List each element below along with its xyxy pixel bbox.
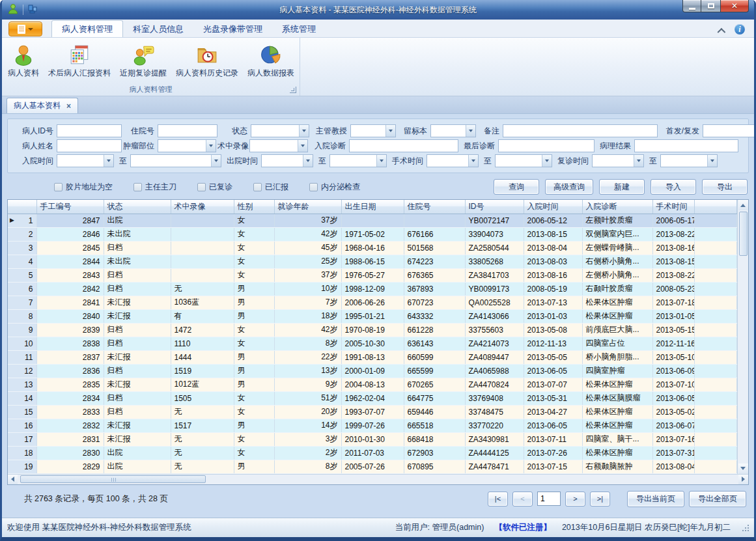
quick-access-icon[interactable] [27, 4, 38, 16]
chevron-down-icon[interactable] [206, 140, 216, 152]
filter-combo-至[interactable] [660, 154, 718, 167]
filter-combo-留标本[interactable] [430, 124, 476, 137]
高级查询-button[interactable]: 高级查询 [545, 179, 593, 195]
checkbox-icon[interactable] [197, 183, 206, 191]
filter-input-住院号[interactable] [158, 124, 217, 137]
column-header-就诊年龄[interactable]: 就诊年龄 [274, 200, 341, 214]
column-header-入院时间[interactable]: 入院时间 [524, 200, 582, 214]
ribbon-button-病人资料历史记录[interactable]: 病人资料历史记录 [171, 40, 243, 83]
ribbon-tab-2[interactable]: 光盘录像带管理 [193, 21, 272, 37]
table-row[interactable]: 42844未出院女25岁1988-06-15674223338052682013… [8, 255, 737, 268]
filter-input-备注[interactable] [503, 124, 658, 137]
table-row[interactable]: 162832未汇报1517男14岁1999-07-266655183377022… [8, 419, 737, 432]
row-indicator[interactable]: 16 [8, 419, 36, 432]
ribbon-button-近期复诊提醒[interactable]: 近期复诊提醒 [115, 40, 171, 83]
filter-combo-主管教授[interactable] [350, 124, 396, 137]
table-row[interactable]: 142834归档1505女51岁1962-02-0466477533769408… [8, 391, 737, 405]
table-row[interactable]: 72841未汇报1036蓝男7岁2006-06-26670723QA002552… [8, 296, 737, 309]
resize-grip[interactable] [742, 525, 749, 531]
table-row[interactable]: 192829出院无男8岁2005-07-26670895ZA4478471201… [8, 460, 737, 473]
table-row[interactable]: 32845归档女45岁1968-04-16501568ZA25805442013… [8, 241, 737, 255]
info-icon[interactable]: i [735, 24, 745, 35]
ribbon-tab-1[interactable]: 科室人员信息 [123, 21, 193, 37]
导出-button[interactable]: 导出 [702, 179, 748, 195]
last-page-button[interactable]: >| [590, 492, 610, 506]
next-page-button[interactable]: > [565, 492, 585, 506]
filter-combo-手术时间[interactable] [427, 154, 479, 167]
tab-patient-basic-info[interactable]: 病人基本资料 × [7, 98, 78, 113]
minimize-button[interactable] [682, 0, 701, 12]
checkbox-胶片地址为空[interactable]: 胶片地址为空 [54, 182, 113, 193]
导入-button[interactable]: 导入 [651, 179, 696, 195]
horizontal-scroll-thumb[interactable] [20, 475, 206, 483]
tab-close-icon[interactable]: × [66, 102, 71, 111]
chevron-down-icon[interactable] [634, 155, 643, 167]
chevron-down-icon[interactable] [542, 155, 552, 167]
row-indicator[interactable]: 19 [8, 460, 36, 473]
filter-input-病理结果[interactable] [634, 139, 738, 152]
row-indicator[interactable]: 4 [8, 255, 36, 268]
export-all-pages-button[interactable]: 导出全部页 [689, 491, 746, 507]
column-header-术中录像[interactable]: 术中录像 [171, 200, 234, 214]
chevron-down-icon[interactable] [303, 155, 313, 167]
filter-input-入院诊断[interactable] [349, 139, 458, 152]
filter-input-病人ID号[interactable] [57, 124, 122, 137]
column-header-ID号[interactable]: ID号 [465, 200, 524, 214]
filter-combo-至[interactable] [329, 154, 387, 167]
close-button[interactable]: ✕ [720, 0, 749, 12]
row-indicator[interactable]: 9 [8, 323, 36, 337]
maximize-button[interactable] [701, 0, 720, 12]
row-indicator[interactable]: 10 [8, 337, 36, 350]
checkbox-icon[interactable] [309, 183, 318, 191]
table-row[interactable]: 112837未汇报1444男22岁1991-08-13660599ZA40894… [8, 350, 737, 364]
chevron-down-icon[interactable] [298, 140, 307, 152]
table-row[interactable]: 122836归档1519男13岁2000-01-09665599ZA406598… [8, 364, 737, 378]
filter-input-最后诊断[interactable] [498, 139, 595, 152]
checkbox-icon[interactable] [133, 183, 142, 191]
row-indicator[interactable]: 2 [8, 227, 36, 241]
table-row[interactable]: 152833归档无女20岁1993-07-0765944633748475201… [8, 405, 737, 419]
vertical-scrollbar[interactable] [737, 200, 748, 474]
ribbon-tab-3[interactable]: 系统管理 [272, 21, 326, 37]
filter-combo-术中录像[interactable] [249, 139, 308, 152]
row-indicator[interactable]: 17 [8, 432, 36, 446]
row-indicator[interactable]: 7 [8, 296, 36, 309]
chevron-down-icon[interactable] [104, 155, 113, 167]
column-header-性别[interactable]: 性别 [234, 200, 274, 214]
first-page-button[interactable]: |< [488, 492, 508, 506]
row-indicator[interactable]: 5 [8, 268, 36, 282]
checkbox-主任主刀[interactable]: 主任主刀 [133, 182, 176, 193]
column-header-出生日期[interactable]: 出生日期 [341, 200, 404, 214]
row-indicator[interactable]: 6 [8, 282, 36, 296]
row-indicator[interactable]: 8 [8, 309, 36, 323]
ribbon-button-病人资料[interactable]: 病人资料 [3, 40, 44, 83]
table-row[interactable]: 92839归档1472女42岁1970-08-19661228337556032… [8, 323, 737, 337]
row-indicator[interactable]: ▶1 [8, 214, 36, 227]
table-row[interactable]: ▶12847出院女37岁YB00721472006-05-12左额叶胶质瘤200… [8, 214, 737, 227]
registered-link[interactable]: 【软件已注册】 [494, 522, 552, 533]
table-row[interactable]: 62842归档无男10岁1998-12-09367893YB0099173200… [8, 282, 737, 296]
row-indicator[interactable]: 11 [8, 350, 36, 364]
row-indicator[interactable]: 14 [8, 391, 36, 405]
filter-input-病人姓名[interactable] [57, 139, 122, 152]
chevron-down-icon[interactable] [468, 155, 478, 167]
filter-combo-出院时间[interactable] [261, 154, 313, 167]
filter-combo-状态[interactable] [251, 124, 309, 137]
ribbon-tab-0[interactable]: 病人资料管理 [51, 20, 123, 37]
checkbox-已汇报[interactable]: 已汇报 [253, 182, 288, 193]
ribbon-button-术后病人汇报资料[interactable]: 术后病人汇报资料 [44, 40, 115, 83]
chevron-down-icon[interactable] [385, 125, 395, 137]
filter-combo-入院时间[interactable] [57, 154, 114, 167]
table-row[interactable]: 182830出院无女2岁2011-07-03672903ZA4444125201… [8, 446, 737, 460]
checkbox-内分泌检查[interactable]: 内分泌检查 [309, 182, 360, 193]
table-row[interactable]: 22846未出院女42岁1971-05-02676166339040732013… [8, 227, 737, 241]
scroll-down-icon[interactable] [738, 464, 748, 474]
vertical-scroll-thumb[interactable] [739, 212, 748, 256]
row-indicator[interactable]: 13 [8, 378, 36, 391]
scroll-left-icon[interactable] [8, 475, 18, 484]
chevron-down-icon[interactable] [466, 125, 475, 137]
chevron-down-icon[interactable] [707, 155, 717, 167]
checkbox-icon[interactable] [54, 183, 63, 191]
column-header-住院号[interactable]: 住院号 [404, 200, 465, 214]
filter-combo-至[interactable] [130, 154, 221, 167]
